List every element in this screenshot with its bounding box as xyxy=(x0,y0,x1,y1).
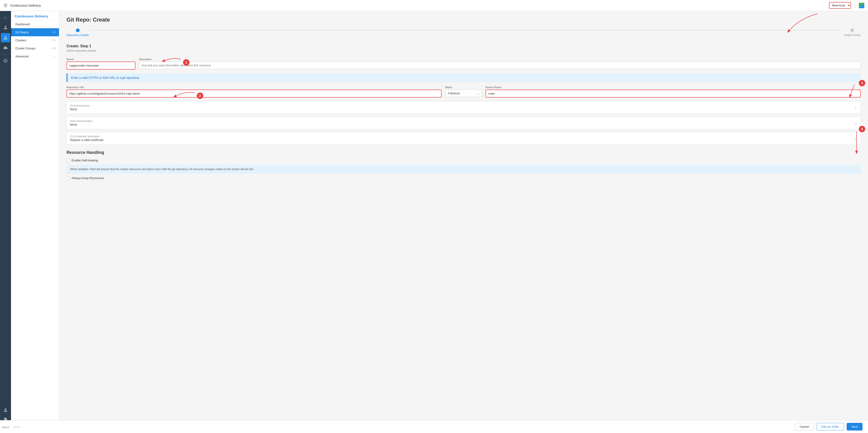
more-options-icon[interactable]: ⋮ xyxy=(853,3,857,8)
sidebar-item-cluster-groups[interactable]: Cluster Groups ⊣ 0 xyxy=(11,44,59,52)
sidebar-item-git-repos[interactable]: Git Repos ⊣ 0 xyxy=(11,28,59,36)
sidebar-icon-cloud[interactable] xyxy=(1,43,10,52)
about-link[interactable]: About xyxy=(2,426,9,433)
step-line xyxy=(91,30,842,31)
cluster-groups-badge: ⊣ 0 xyxy=(51,47,55,50)
next-button[interactable]: Next xyxy=(847,423,863,431)
git-auth-chevron-icon: ⌄ xyxy=(855,106,857,110)
edit-yaml-button[interactable]: Edit as YAML xyxy=(817,423,844,431)
keep-resources-label: Always Keep Resources xyxy=(71,176,104,180)
sidebar-icon-network[interactable] xyxy=(1,56,10,65)
sidebar-icon-person[interactable] xyxy=(1,23,10,32)
description-input[interactable] xyxy=(139,61,861,69)
self-healing-label: Enable Self-Healing xyxy=(71,158,98,162)
step-2[interactable]: Target Details xyxy=(844,28,861,37)
watch-group: Watch A Branch xyxy=(445,86,482,97)
self-healing-checkbox[interactable] xyxy=(66,159,70,162)
description-label: Description xyxy=(139,58,861,61)
sidebar-icon-home[interactable]: ⌂ xyxy=(1,13,10,22)
dashboard-label: Dashboard xyxy=(16,23,30,26)
helm-auth-wrapper[interactable]: Helm Authentication None ⌄ xyxy=(66,117,861,129)
sidebar-icons: ⌂ xyxy=(0,11,11,433)
version-text: v2.8.2 xyxy=(13,426,20,428)
cancel-button[interactable]: Cancel xyxy=(795,423,814,431)
watch-select-wrapper: A Branch xyxy=(445,90,482,97)
branch-input[interactable] xyxy=(486,90,861,97)
helm-auth-chevron-icon: ⌄ xyxy=(855,121,857,125)
watch-select[interactable]: A Branch xyxy=(445,90,482,97)
tls-wrapper[interactable]: TLS Certificate Verification Require a v… xyxy=(66,132,861,145)
step-1-label: Repository Details xyxy=(66,33,89,37)
url-row: Repository URL Watch A Branch Branch Nam… xyxy=(66,86,861,97)
clusters-label: Clusters xyxy=(16,38,26,42)
tls-value: Require a valid certificate xyxy=(70,138,103,142)
status-indicator xyxy=(859,3,864,8)
git-repos-badge: ⊣ 0 xyxy=(51,31,55,34)
step-2-circle xyxy=(850,28,854,32)
keep-resources-checkbox-row[interactable]: Always Keep Resources xyxy=(66,176,861,180)
bottom-bar: Cancel Edit as YAML Next xyxy=(0,420,868,433)
page-title: Git Repo: Create xyxy=(66,17,861,23)
step-1-circle xyxy=(76,28,80,32)
hamburger-icon[interactable]: ☰ xyxy=(4,3,7,8)
stepper: Repository Details Target Details xyxy=(66,28,861,37)
branch-group: Branch Name* xyxy=(486,86,861,97)
repo-url-input[interactable] xyxy=(66,90,441,97)
sidebar-item-advanced[interactable]: Advanced › xyxy=(11,52,59,60)
topbar: ☰ Continuous Delivery fleet-local ⋮ xyxy=(0,0,868,11)
cluster-select[interactable]: fleet-local xyxy=(829,2,851,9)
sidebar-icon-user[interactable] xyxy=(1,405,10,415)
self-healing-info: When enabled, Fleet will ensure that the… xyxy=(66,165,861,174)
git-repos-label: Git Repos xyxy=(16,31,29,34)
sidebar-item-clusters[interactable]: Clusters ⊣ 1 xyxy=(11,36,59,44)
git-auth-label: Git Authentication xyxy=(70,104,90,107)
description-field-group: Description xyxy=(139,58,861,69)
git-auth-wrapper[interactable]: Git Authentication None ⌄ xyxy=(66,101,861,114)
cluster-groups-label: Cluster Groups xyxy=(16,47,35,50)
helm-auth-value: None xyxy=(70,123,92,126)
topbar-title: Continuous Delivery xyxy=(10,3,826,7)
info-box: Enter a valid HTTPS or SSH URL to a git … xyxy=(66,73,861,82)
advanced-arrow-icon: › xyxy=(54,55,55,58)
main-content: Git Repo: Create Repository Details Targ… xyxy=(59,11,868,433)
helm-auth-label: Helm Authentication xyxy=(70,120,92,122)
git-auth-value: None xyxy=(70,108,90,111)
repo-url-group: Repository URL xyxy=(66,86,441,97)
name-input[interactable] xyxy=(66,61,135,69)
sidebar-icon-ship[interactable] xyxy=(1,33,10,42)
tls-chevron-icon: ⌄ xyxy=(855,137,857,140)
step-1[interactable]: Repository Details xyxy=(66,28,89,37)
sidebar-item-dashboard[interactable]: Dashboard xyxy=(11,20,59,28)
tls-label: TLS Certificate Verification xyxy=(70,135,103,138)
section-title: Create: Step 1 xyxy=(66,44,861,48)
left-nav: Continuous Delivery Dashboard Git Repos … xyxy=(11,11,59,433)
repo-url-label: Repository URL xyxy=(66,86,441,89)
name-label: Name* xyxy=(66,58,135,61)
clusters-badge: ⊣ 1 xyxy=(51,39,55,42)
branch-label: Branch Name* xyxy=(486,86,861,89)
resource-handling-title: Resource Handling xyxy=(66,150,861,155)
self-healing-checkbox-row[interactable]: Enable Self-Healing xyxy=(66,158,861,162)
resource-handling-section: Resource Handling Enable Self-Healing Wh… xyxy=(66,150,861,180)
advanced-label: Advanced xyxy=(16,55,29,58)
step-2-label: Target Details xyxy=(844,33,861,37)
section-subtitle: Define repository details xyxy=(66,49,861,52)
left-nav-header: Continuous Delivery xyxy=(11,11,59,20)
watch-label: Watch xyxy=(445,86,482,89)
name-field-group: Name* xyxy=(66,58,135,69)
keep-resources-checkbox[interactable] xyxy=(66,177,70,180)
